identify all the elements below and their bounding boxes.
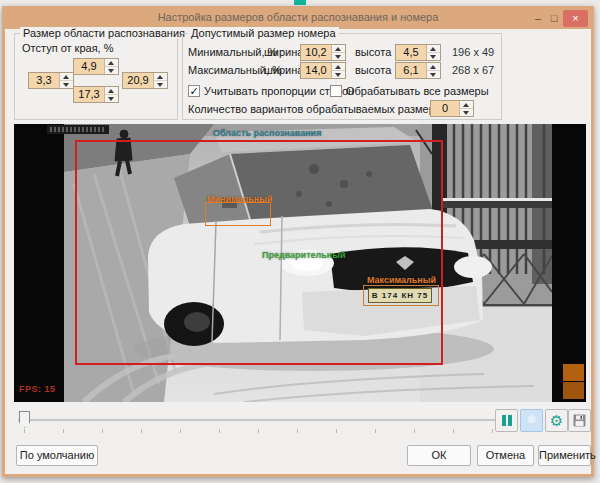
arrow-down-icon xyxy=(63,83,69,87)
camera-timestamp-overlay xyxy=(47,125,109,134)
arrow-down-icon xyxy=(108,97,114,101)
freeze-frame-button[interactable]: ❄ xyxy=(520,409,543,432)
video-preview[interactable]: Область распознавания Минимальный Предва… xyxy=(14,124,586,402)
arrow-up-icon xyxy=(335,65,341,69)
arrow-up-icon xyxy=(335,47,341,51)
gear-icon: ⚙ xyxy=(550,412,563,429)
variants-spinner[interactable]: 0 xyxy=(430,100,474,117)
recognition-area-rect[interactable] xyxy=(75,140,443,365)
fps-counter: FPS: 15 xyxy=(19,384,56,394)
arrow-up-icon xyxy=(463,103,469,107)
save-icon xyxy=(573,414,586,427)
arrow-up-icon xyxy=(63,75,69,79)
spin-down-button[interactable] xyxy=(105,94,118,102)
spin-down-button[interactable] xyxy=(427,52,440,60)
arrow-down-icon xyxy=(430,73,436,77)
apply-button[interactable]: Применить xyxy=(538,445,591,466)
margin-bottom-value[interactable]: 17,3 xyxy=(74,87,104,102)
spin-up-button[interactable] xyxy=(332,63,345,70)
spin-up-button[interactable] xyxy=(60,73,73,80)
min-size-box[interactable] xyxy=(205,202,271,226)
height-label: высота xyxy=(355,64,391,76)
margin-right-spinner[interactable]: 20,9 xyxy=(122,72,168,89)
timeline-slider-track[interactable] xyxy=(18,419,498,422)
close-button[interactable]: × xyxy=(563,10,588,27)
max-height-value[interactable]: 6,1 xyxy=(396,63,426,78)
spin-down-button[interactable] xyxy=(154,80,167,88)
snowflake-icon: ❄ xyxy=(526,412,537,427)
height-label: высота xyxy=(355,46,391,58)
arrow-down-icon xyxy=(157,83,163,87)
margin-left-value[interactable]: 3,3 xyxy=(29,73,59,88)
spin-up-button[interactable] xyxy=(460,101,473,108)
margin-label: Отступ от края, % xyxy=(22,42,114,54)
arrow-down-icon xyxy=(335,55,341,59)
max-width-spinner[interactable]: 14,0 xyxy=(300,62,346,79)
arrow-up-icon xyxy=(108,89,114,93)
cancel-button[interactable]: Отмена xyxy=(477,445,534,466)
maximize-button[interactable]: □ xyxy=(547,11,561,26)
spin-down-button[interactable] xyxy=(332,52,345,60)
pause-button[interactable] xyxy=(495,409,518,432)
width-label: ширина xyxy=(264,64,303,76)
page-artifact xyxy=(294,0,306,5)
spin-down-button[interactable] xyxy=(427,70,440,78)
process-all-checkbox[interactable] xyxy=(330,85,342,97)
screenshot-stage: Настройка размеров области распознавания… xyxy=(0,0,600,483)
spin-up-button[interactable] xyxy=(154,73,167,80)
min-height-value[interactable]: 4,5 xyxy=(396,45,426,60)
spin-up-button[interactable] xyxy=(332,45,345,52)
window-title: Настройка размеров области распознавания… xyxy=(5,11,591,23)
timeline-ticks xyxy=(24,429,494,433)
min-height-spinner[interactable]: 4,5 xyxy=(395,44,441,61)
min-width-spinner[interactable]: 10,2 xyxy=(300,44,346,61)
margin-top-spinner[interactable]: 4,9 xyxy=(73,58,119,75)
max-width-value[interactable]: 14,0 xyxy=(301,63,331,78)
color-swatch-top[interactable] xyxy=(563,364,584,381)
margin-top-value[interactable]: 4,9 xyxy=(74,59,104,74)
spin-down-button[interactable] xyxy=(332,70,345,78)
margin-left-spinner[interactable]: 3,3 xyxy=(28,72,74,89)
arrow-down-icon xyxy=(335,73,341,77)
settings-button[interactable]: ⚙ xyxy=(545,409,568,432)
margin-bottom-spinner[interactable]: 17,3 xyxy=(73,86,119,103)
minimize-icon: – xyxy=(535,12,541,24)
color-swatch-bottom[interactable] xyxy=(563,382,584,399)
spin-down-button[interactable] xyxy=(105,66,118,74)
arrow-up-icon xyxy=(108,61,114,65)
margin-right-value[interactable]: 20,9 xyxy=(123,73,153,88)
close-icon: × xyxy=(572,12,578,24)
minimize-button[interactable]: – xyxy=(531,11,545,26)
save-frame-button[interactable] xyxy=(568,409,591,432)
check-icon: ✓ xyxy=(189,85,198,97)
arrow-up-icon xyxy=(430,65,436,69)
maximize-icon: □ xyxy=(551,12,558,24)
arrow-down-icon xyxy=(463,111,469,115)
spin-up-button[interactable] xyxy=(105,87,118,94)
variants-label: Количество вариантов обрабатываемых разм… xyxy=(188,103,450,115)
arrow-up-icon xyxy=(157,75,163,79)
default-button[interactable]: По умолчанию xyxy=(16,445,98,466)
process-all-label[interactable]: Обрабатывать все размеры xyxy=(346,85,489,97)
spin-down-button[interactable] xyxy=(460,108,473,116)
license-plate: В 174 КН 75 xyxy=(368,288,432,303)
max-height-spinner[interactable]: 6,1 xyxy=(395,62,441,79)
plate-size-title: Допустимый размер номера xyxy=(188,27,339,39)
pause-icon xyxy=(502,415,506,426)
spin-up-button[interactable] xyxy=(427,45,440,52)
variants-value[interactable]: 0 xyxy=(431,101,459,116)
min-pixels-label: 196 x 49 xyxy=(452,46,494,58)
width-label: ширина xyxy=(264,46,303,58)
recognition-area-title: Размер области распознавания xyxy=(20,27,188,39)
ok-button[interactable]: ОК xyxy=(407,445,471,466)
keep-proportions-checkbox[interactable]: ✓ xyxy=(188,85,200,97)
min-width-value[interactable]: 10,2 xyxy=(301,45,331,60)
recognition-area-overlay-label: Область распознавания xyxy=(213,128,321,138)
spin-up-button[interactable] xyxy=(427,63,440,70)
max-size-overlay-label: Максимальный xyxy=(367,275,436,285)
spin-up-button[interactable] xyxy=(105,59,118,66)
arrow-down-icon xyxy=(430,55,436,59)
arrow-down-icon xyxy=(108,69,114,73)
preliminary-overlay-label: Предварительный xyxy=(262,250,345,260)
spin-down-button[interactable] xyxy=(60,80,73,88)
